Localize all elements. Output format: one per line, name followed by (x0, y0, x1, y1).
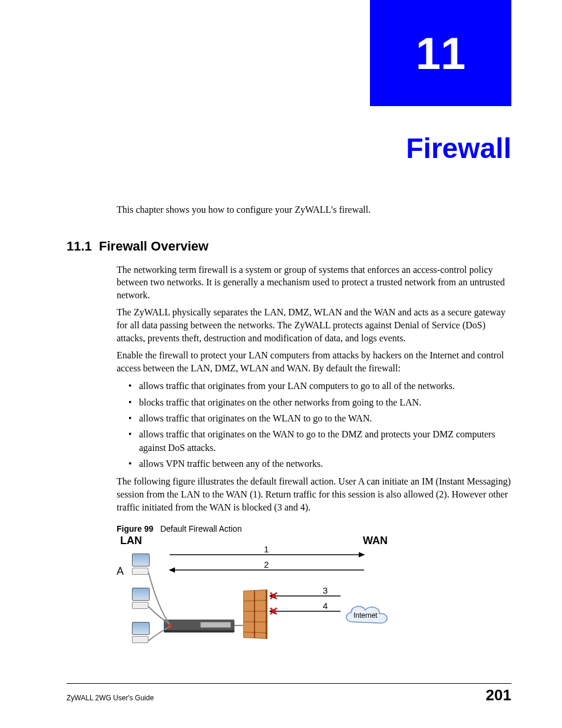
arrow-3-label: 3 (323, 585, 328, 595)
bullet-item: allows traffic that originates on the WL… (128, 411, 511, 425)
paragraph-1: The networking term firewall is a system… (117, 263, 511, 302)
page-number: 201 (486, 686, 511, 704)
paragraph-2: The ZyWALL physically separates the LAN,… (117, 306, 511, 344)
figure-title: Default Firewall Action (160, 524, 242, 533)
blocked-x-icon: ✕ (269, 604, 279, 618)
section-number: 11.1 (67, 239, 92, 253)
bullet-item: allows traffic that originates from your… (128, 379, 511, 393)
figure-caption: Figure 99 Default Firewall Action (117, 524, 511, 533)
section-heading: 11.1 Firewall Overview (67, 239, 511, 254)
blocked-x-icon: ✕ (269, 589, 279, 603)
page-footer: ZyWALL 2WG User's Guide 201 (67, 683, 511, 704)
arrow-4-label: 4 (323, 601, 328, 611)
bullet-item: blocks traffic that originates on the ot… (128, 396, 511, 409)
chapter-number-box: 11 (370, 0, 511, 106)
paragraph-4: The following figure illustrates the def… (117, 475, 511, 513)
bullet-item: allows traffic that originates on the WA… (128, 427, 511, 454)
footer-guide-title: ZyWALL 2WG User's Guide (67, 694, 154, 702)
bullet-list: allows traffic that originates from your… (128, 379, 511, 470)
arrow-2-label: 2 (264, 559, 269, 569)
content-area: This chapter shows you how to configure … (67, 203, 511, 661)
bullet-item: allows VPN traffic between any of the ne… (128, 457, 511, 470)
arrows-overlay (117, 537, 405, 661)
section-title: Firewall Overview (99, 239, 209, 253)
paragraph-3: Enable the firewall to protect your LAN … (117, 349, 511, 374)
arrow-1-label: 1 (264, 544, 269, 554)
intro-paragraph: This chapter shows you how to configure … (117, 203, 511, 216)
page: 11 Firewall This chapter shows you how t… (0, 0, 562, 728)
figure-number: Figure 99 (117, 524, 153, 533)
figure-diagram: LAN WAN A Internet (117, 537, 405, 661)
chapter-number: 11 (416, 28, 466, 79)
chapter-title: Firewall (406, 132, 511, 164)
